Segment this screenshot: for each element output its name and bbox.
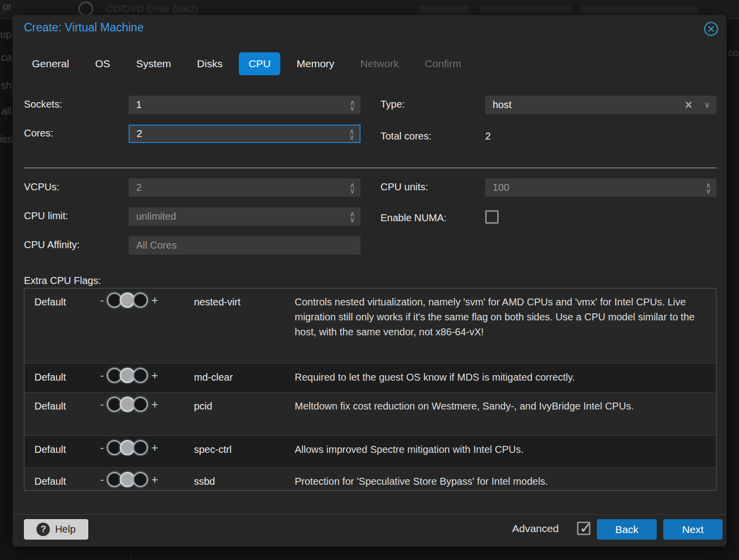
spinner-icons[interactable]: ∧∨ <box>350 96 355 114</box>
plus-icon[interactable]: + <box>151 441 158 455</box>
plus-icon[interactable]: + <box>151 293 158 307</box>
flag-description: Protection for 'Speculative Store Bypass… <box>295 474 709 489</box>
slider-position-yes[interactable] <box>133 472 148 487</box>
slider-position-yes[interactable] <box>133 397 148 412</box>
cpu-flags-table: Default - + nested-virt Controls nested … <box>24 288 717 491</box>
slider-position-yes[interactable] <box>133 440 148 455</box>
spinner-down-icon: ∨ <box>350 217 355 222</box>
flag-name: spec-ctrl <box>194 444 232 455</box>
enable-numa-checkbox[interactable] <box>485 210 499 224</box>
plus-icon[interactable]: + <box>151 369 158 383</box>
spinner-down-icon: ∨ <box>349 134 355 140</box>
minus-icon[interactable]: - <box>100 473 104 486</box>
radio-icon <box>78 1 93 16</box>
help-button[interactable]: ? Help <box>24 519 88 540</box>
dialog-title: Create: Virtual Machine <box>24 21 144 34</box>
cpu-units-field: 100 ∧∨ <box>485 178 717 197</box>
minus-icon[interactable]: - <box>100 369 104 382</box>
tab-general[interactable]: General <box>22 52 79 75</box>
cpu-affinity-field[interactable]: All Cores <box>129 236 361 255</box>
background-text-fragment: or <box>0 1 11 12</box>
minus-icon[interactable]: - <box>100 441 104 454</box>
sockets-field[interactable]: 1 ∧∨ <box>129 96 361 114</box>
type-label: Type: <box>380 99 405 110</box>
flag-description: Controls nested virtualization, namely '… <box>295 294 709 339</box>
flag-slider[interactable]: - + <box>100 368 158 383</box>
spinner-down-icon: ∨ <box>350 105 355 111</box>
section-divider <box>24 167 717 168</box>
flag-name: ssbd <box>194 476 215 487</box>
cores-field[interactable]: 2 ∧∨ <box>129 125 361 143</box>
tab-cpu[interactable]: CPU <box>239 52 280 75</box>
extra-cpu-flags-label: Extra CPU Flags: <box>24 275 101 286</box>
background-text-fragment: CD/DVD Drive (ide2) <box>106 3 198 15</box>
background-text-fragment: iss <box>0 134 11 145</box>
vcpus-label: VCPUs: <box>24 181 59 193</box>
vcpus-value: 2 <box>136 179 142 196</box>
question-circle-icon: ? <box>36 523 50 536</box>
spinner-icons[interactable]: ∧∨ <box>349 126 355 142</box>
close-button[interactable] <box>703 21 719 37</box>
plus-icon[interactable]: + <box>151 398 158 412</box>
flag-row-nested-virt: Default - + nested-virt Controls nested … <box>24 288 716 363</box>
flag-description: Meltdown fix cost reduction on Westmere,… <box>295 399 709 414</box>
next-button[interactable]: Next <box>663 519 723 540</box>
footer-divider <box>12 514 727 515</box>
vcpus-field: 2 ∧∨ <box>129 178 361 197</box>
slider-position-yes[interactable] <box>133 368 148 383</box>
help-button-label: Help <box>55 524 75 535</box>
flag-state: Default <box>34 296 66 308</box>
flag-row-ssbd: Default - + ssbd Protection for 'Specula… <box>24 467 716 491</box>
background-text-fragment: up <box>0 29 11 40</box>
cpu-limit-placeholder: unlimited <box>136 208 176 225</box>
check-icon: ✓ <box>579 519 592 537</box>
spinner-down-icon: ∨ <box>706 188 711 193</box>
flag-slider[interactable]: - + <box>100 472 158 487</box>
spinner-down-icon: ∨ <box>350 188 355 193</box>
background-text-fragment: co <box>728 47 739 59</box>
chevron-down-icon[interactable]: ∨ <box>704 96 710 114</box>
flag-state: Default <box>34 401 66 412</box>
type-combobox[interactable]: host × ∨ <box>485 96 717 114</box>
cpu-limit-field: unlimited ∧∨ <box>129 207 361 226</box>
flag-slider[interactable]: - + <box>100 440 158 455</box>
spinner-icons: ∧∨ <box>350 179 355 196</box>
create-vm-dialog: Create: Virtual Machine General OS Syste… <box>12 15 727 547</box>
background-divider <box>131 547 131 560</box>
flag-name: nested-virt <box>194 296 240 308</box>
flag-slider[interactable]: - + <box>100 292 158 308</box>
tab-os[interactable]: OS <box>86 52 120 75</box>
clear-icon[interactable]: × <box>685 96 692 114</box>
flag-row-md-clear: Default - + md-clear Required to let the… <box>24 363 716 392</box>
minus-icon[interactable]: - <box>100 398 104 411</box>
enable-numa-label: Enable NUMA: <box>380 212 446 224</box>
total-cores-value: 2 <box>485 131 491 142</box>
tab-network: Network <box>351 52 408 75</box>
advanced-label: Advanced <box>512 523 558 535</box>
flag-state: Default <box>34 372 66 383</box>
tab-memory[interactable]: Memory <box>287 52 344 75</box>
advanced-checkbox[interactable]: ✓ <box>577 522 590 535</box>
spinner-icons: ∧∨ <box>706 179 711 196</box>
background-text-fragment: ca <box>0 52 11 63</box>
flag-slider[interactable]: - + <box>100 397 158 412</box>
cores-label: Cores: <box>24 128 53 139</box>
flag-description: Required to let the guest OS know if MDS… <box>295 370 709 385</box>
minus-icon[interactable]: - <box>100 294 104 307</box>
flag-state: Default <box>34 444 66 455</box>
flag-row-spec-ctrl: Default - + spec-ctrl Allows improved Sp… <box>24 435 716 467</box>
cpu-units-value: 100 <box>493 179 509 196</box>
cpu-units-label: CPU units: <box>380 181 428 193</box>
total-cores-label: Total cores: <box>380 131 431 142</box>
background-text-fragment: all <box>0 106 11 117</box>
sockets-label: Sockets: <box>24 99 62 110</box>
cpu-affinity-label: CPU Affinity: <box>24 239 80 251</box>
background-text-fragment: sh <box>0 80 11 91</box>
flag-state: Default <box>34 476 66 487</box>
slider-position-yes[interactable] <box>133 292 148 308</box>
tab-system[interactable]: System <box>127 52 181 75</box>
back-button[interactable]: Back <box>597 519 657 540</box>
tab-disks[interactable]: Disks <box>187 52 232 75</box>
plus-icon[interactable]: + <box>151 473 158 487</box>
cpu-limit-label: CPU limit: <box>24 210 68 222</box>
